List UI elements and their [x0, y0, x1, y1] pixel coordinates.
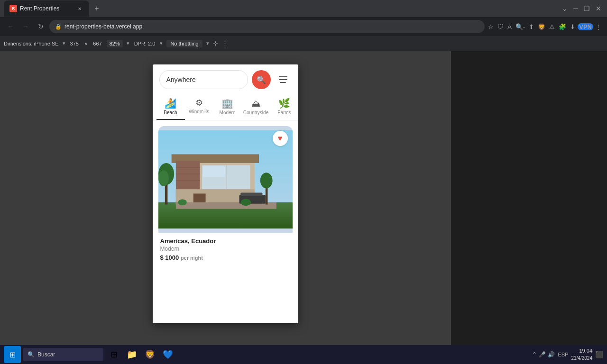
browser-chrome: R Rent Properties ✕ + ⌄ ─ ❐ ✕ ← → ↻ 🔒 re… [0, 0, 607, 51]
property-price: $ 1000 per night [160, 254, 291, 261]
shield-icon[interactable]: 🛡 [496, 23, 505, 30]
favorite-button[interactable]: ♥ [273, 131, 288, 146]
search-input-wrap[interactable]: Anywhere [159, 70, 248, 89]
hamburger-menu-button[interactable] [275, 71, 292, 88]
tab-title: Rent Properties [20, 5, 73, 12]
svg-rect-17 [240, 193, 262, 196]
dimensions-label: Dimensions: iPhone SE [4, 41, 59, 46]
volume-icon[interactable]: 🔊 [548, 351, 555, 358]
zoom-dropdown-arrow[interactable]: ▾ [127, 40, 129, 46]
beach-label: Beach [164, 110, 177, 115]
new-tab-button[interactable]: + [91, 3, 102, 14]
menu-line-2 [279, 79, 287, 80]
viewport-width: 375 [70, 41, 79, 46]
extensions-icon[interactable]: 🧩 [557, 23, 568, 30]
address-bar: ← → ↻ 🔒 rent-properties-beta.vercel.app … [0, 17, 607, 36]
search-bar: Anywhere 🔍 [153, 64, 298, 95]
tab-restore[interactable]: ❐ [582, 5, 592, 12]
svg-rect-21 [265, 187, 267, 205]
translate-icon[interactable]: A [506, 23, 513, 30]
share-icon[interactable]: ⬆ [527, 23, 535, 30]
category-tabs: 🏄 Beach ⚙ Windmills 🏢 Modern ⛰ Countrysi… [153, 95, 298, 120]
browser-menu-button[interactable]: ⋮ [594, 23, 603, 30]
menu-line-3 [280, 82, 286, 83]
taskbar-search-icon: 🔍 [28, 351, 35, 358]
modern-icon: 🏢 [221, 99, 233, 108]
language-badge: ESP [558, 352, 568, 357]
taskbar-right: ⌃ 🎤 🔊 ESP 19:04 21/4/2024 ⬛ [532, 347, 603, 361]
svg-point-23 [178, 199, 186, 205]
search-button[interactable]: 🔍 [252, 70, 271, 89]
viewport-area: Anywhere 🔍 🏄 Beach [0, 51, 451, 364]
vpn-badge: VPN [578, 23, 593, 30]
countryside-label: Countryside [243, 110, 268, 115]
sensor-icon[interactable]: ⊹ [213, 40, 218, 47]
alert-icon[interactable]: ⚠ [548, 23, 556, 30]
svg-point-20 [158, 171, 169, 186]
forward-button[interactable]: → [19, 20, 32, 33]
clock-time: 19:04 [571, 347, 593, 355]
chevron-up-icon[interactable]: ⌃ [532, 351, 537, 358]
taskbar-app-explorer[interactable]: 📁 [123, 346, 140, 363]
bookmark-icon[interactable]: ☆ [487, 23, 495, 30]
category-tab-windmills[interactable]: ⚙ Windmills [185, 95, 213, 120]
clock-date: 21/4/2024 [571, 355, 593, 362]
dpr-dropdown-arrow[interactable]: ▾ [160, 40, 163, 46]
zoom-out-icon[interactable]: 🔍- [514, 23, 526, 30]
tab-back-nav[interactable]: ⌄ [560, 5, 570, 12]
device-dropdown-arrow[interactable]: ▾ [63, 40, 65, 46]
svg-rect-6 [203, 166, 225, 177]
category-tab-beach[interactable]: 🏄 Beach [156, 95, 185, 120]
microphone-icon[interactable]: 🎤 [539, 351, 546, 358]
address-text: rent-properties-beta.vercel.app [64, 23, 479, 30]
more-options-icon[interactable]: ⋮ [222, 40, 228, 47]
throttle-select[interactable]: No throttling [166, 40, 202, 47]
windmills-label: Windmills [189, 109, 209, 114]
brave-icon[interactable]: 🦁 [536, 23, 547, 30]
taskbar-app-tiles[interactable]: ⊞ [105, 346, 122, 363]
windows-icon: ⊞ [9, 350, 16, 359]
price-unit: per night [181, 255, 203, 261]
tab-favicon: R [9, 5, 17, 12]
taskbar-app-brave[interactable]: 🦁 [141, 346, 158, 363]
beach-icon: 🏄 [165, 99, 176, 108]
security-icon: 🔒 [55, 24, 62, 30]
back-button[interactable]: ← [4, 20, 17, 33]
brave-browser-icon: 🦁 [145, 349, 155, 360]
property-card[interactable]: ♥ Americas, Ecuador Modern $ 1000 per ni… [158, 126, 293, 263]
taskbar-search[interactable]: 🔍 Buscar [23, 348, 103, 361]
countryside-icon: ⛰ [251, 99, 261, 108]
reload-button[interactable]: ↻ [34, 20, 47, 33]
start-button[interactable]: ⊞ [4, 346, 21, 363]
tab-minimize[interactable]: ─ [571, 5, 580, 12]
taskbar: ⊞ 🔍 Buscar ⊞ 📁 🦁 💙 ⌃ 🎤 🔊 ESP 19:04 21/4/… [0, 345, 607, 364]
dpr-label: DPR: 2.0 [134, 41, 156, 46]
search-icon: 🔍 [257, 75, 266, 84]
tab-bar-controls: ⌄ ─ ❐ ✕ [560, 5, 603, 12]
heart-icon: ♥ [278, 134, 283, 143]
throttle-dropdown-arrow[interactable]: ▾ [206, 40, 209, 46]
search-input[interactable]: Anywhere [166, 76, 241, 83]
app-container: Anywhere 🔍 🏄 Beach [153, 64, 298, 323]
category-tab-modern[interactable]: 🏢 Modern [213, 95, 242, 120]
category-tab-farms[interactable]: 🌿 Farms [270, 95, 298, 120]
tab-close-button[interactable]: ✕ [76, 5, 83, 12]
windmills-icon: ⚙ [195, 99, 203, 107]
download-icon[interactable]: ⬇ [569, 23, 577, 30]
taskbar-app-vscode[interactable]: 💙 [159, 346, 176, 363]
active-tab[interactable]: R Rent Properties ✕ [4, 0, 89, 17]
vscode-icon: 💙 [163, 349, 173, 360]
farms-label: Farms [277, 110, 291, 115]
show-desktop-icon[interactable]: ⬛ [595, 351, 603, 358]
taskbar-tray: ⌃ 🎤 🔊 [532, 351, 555, 358]
tab-close[interactable]: ✕ [594, 5, 603, 12]
viewport-height: 667 [93, 41, 101, 46]
tab-bar: R Rent Properties ✕ + ⌄ ─ ❐ ✕ [0, 0, 607, 17]
category-tab-countryside[interactable]: ⛰ Countryside [242, 95, 270, 120]
address-input-wrap[interactable]: 🔒 rent-properties-beta.vercel.app [49, 20, 485, 33]
price-value: $ 1000 [160, 254, 179, 261]
svg-rect-18 [165, 182, 167, 204]
phone-viewport: Anywhere 🔍 🏄 Beach [153, 64, 298, 323]
property-image [158, 126, 293, 233]
zoom-select[interactable]: 82% [107, 40, 123, 47]
